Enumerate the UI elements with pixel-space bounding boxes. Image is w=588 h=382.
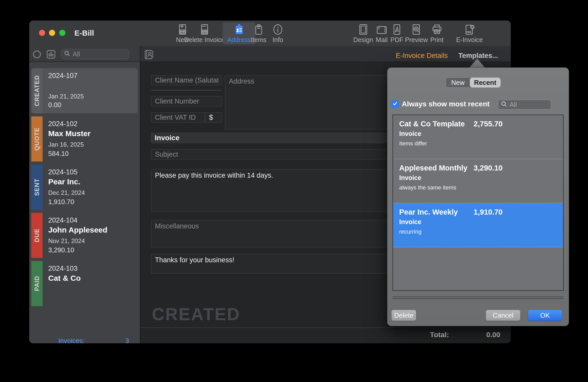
cancel-button[interactable]: Cancel (486, 310, 520, 321)
address-badge-icon (233, 24, 245, 35)
invoice-date: Jan 21, 2025 (48, 93, 84, 100)
invoice-search-input[interactable]: All (61, 49, 129, 59)
template-list: Cat & Co Template 2,755.70 Invoice Items… (393, 115, 564, 291)
closing-textarea[interactable]: Thanks for your business! (151, 254, 390, 274)
footer-divider (393, 297, 564, 297)
template-type: Invoice (399, 174, 421, 182)
toolbar-delete-invoice-label: Delete Invoice (184, 37, 225, 43)
template-row[interactable]: Cat & Co Template 2,755.70 Invoice Items… (393, 115, 563, 159)
template-amount: 1,910.70 (474, 208, 503, 216)
status-watermark: CREATED (152, 304, 240, 324)
status-strip: SENT (31, 165, 43, 210)
template-note: Items differ (399, 140, 427, 147)
toolbar-items-label: Items (251, 37, 266, 43)
template-search-input[interactable]: All (498, 100, 551, 109)
miscellaneous-textarea[interactable] (151, 220, 390, 247)
total-divider (140, 327, 511, 328)
toolbar-mail-button[interactable]: Mail (376, 24, 388, 43)
status-label: QUOTE (33, 127, 41, 150)
status-label: PAID (33, 276, 41, 291)
toolbar-print-label: Print (430, 37, 443, 43)
toolbar-print-button[interactable]: Print (430, 24, 443, 43)
invoice-list-item[interactable]: SENT 2024-105 Pear Inc. Dec 21, 2024 1,9… (31, 165, 138, 210)
tab-new[interactable]: New (446, 78, 470, 87)
printer-icon (431, 24, 443, 35)
close-window-button[interactable] (39, 30, 45, 36)
page-layout-icon (357, 24, 369, 35)
address-textarea[interactable] (225, 75, 390, 129)
always-show-most-recent-checkbox[interactable] (391, 100, 399, 108)
checkmark-icon (392, 101, 398, 107)
sidebar-divider (140, 46, 140, 343)
tab-recent[interactable]: Recent (470, 78, 501, 87)
template-amount: 3,290.10 (474, 164, 503, 172)
invoice-client: Pear Inc. (48, 177, 80, 186)
toolbar-address-label: Address (227, 37, 251, 43)
toolbar-preview-button[interactable]: Preview (405, 24, 428, 43)
template-name: Appleseed Monthly (399, 164, 467, 172)
invoice-list-item[interactable]: CREATED 2024-107 Jan 21, 2025 0.00 (31, 68, 138, 113)
ok-button[interactable]: OK (528, 310, 562, 321)
invoice-amount: 1,910.70 (48, 198, 74, 206)
invoice-list-item[interactable]: QUOTE 2024-102 Max Muster Jan 16, 2025 5… (31, 116, 138, 162)
template-note: always the same items (399, 184, 456, 191)
template-amount: 2,755.70 (474, 120, 503, 128)
template-note: recurring (399, 228, 422, 235)
total-value: 0.00 (449, 331, 500, 339)
client-vat-input[interactable] (151, 112, 205, 123)
toolbar-items-button[interactable]: Items (251, 24, 266, 43)
status-strip: CREATED (31, 68, 43, 113)
svg-text:XML: XML (466, 31, 472, 34)
currency-input[interactable] (205, 112, 222, 123)
toolbar-mail-label: Mail (376, 37, 388, 43)
invoice-list-item[interactable]: PAID 2024-103 Cat & Co (31, 261, 138, 306)
toolbar-pdf-button[interactable]: PDF (390, 24, 403, 43)
invoice-list-item[interactable]: DUE 2024-104 John Appleseed Nov 21, 2024… (31, 213, 138, 258)
template-name: Pear Inc. Weekly (399, 208, 458, 216)
status-filter-circle-icon[interactable] (33, 50, 41, 59)
search-icon (501, 101, 507, 108)
sidebar-summary: Invoices: 3 Due: 3,290.10 Paid: 2,755.70… (29, 326, 140, 343)
toolbar-design-button[interactable]: Design (353, 24, 373, 43)
contacts-book-icon[interactable] (144, 49, 154, 61)
status-strip: QUOTE (31, 116, 43, 162)
minimize-window-button[interactable] (49, 30, 55, 36)
clipboard-icon (253, 24, 264, 35)
template-type: Invoice (399, 218, 421, 226)
toolbar-preview-label: Preview (405, 37, 428, 43)
templates-tab-switch: New Recent (446, 77, 501, 88)
titlebar: E-Bill New Delete Invoice Address Items (29, 21, 511, 46)
toolbar-pdf-label: PDF (390, 37, 403, 43)
invoice-number: 2024-103 (48, 265, 77, 273)
client-name-input[interactable] (151, 75, 222, 85)
status-strip: PAID (31, 261, 43, 306)
invoice-number: 2024-107 (48, 72, 77, 80)
client-number-input[interactable] (151, 96, 222, 106)
invoice-date: Dec 21, 2024 (48, 189, 85, 196)
delete-template-button[interactable]: Delete (391, 310, 416, 321)
popover-arrow (469, 58, 485, 68)
subject-input[interactable] (151, 149, 390, 159)
window-title: E-Bill (74, 29, 94, 37)
status-label: CREATED (33, 75, 41, 106)
toolbar-delete-invoice-button[interactable]: Delete Invoice (184, 24, 225, 43)
always-show-most-recent-label[interactable]: Always show most recent (402, 100, 489, 108)
search-icon (64, 50, 71, 58)
status-strip: DUE (31, 213, 43, 258)
status-label: SENT (33, 178, 41, 196)
invoice-section-header: Invoice (151, 133, 390, 143)
toolbar-design-label: Design (353, 37, 373, 43)
summary-value: 3 (85, 337, 129, 343)
chart-icon[interactable] (46, 49, 56, 60)
template-row-selected[interactable]: Pear Inc. Weekly 1,910.70 Invoice recurr… (393, 203, 563, 247)
status-label: DUE (33, 228, 41, 242)
invoice-amount: 0.00 (48, 101, 61, 109)
invoice-date: Nov 21, 2024 (48, 237, 85, 245)
toolbar-info-button[interactable]: Info (272, 24, 284, 43)
invoice-client: Cat & Co (48, 274, 81, 283)
message-textarea[interactable]: Please pay this invoice within 14 days. (151, 169, 390, 212)
preview-magnifier-icon (410, 24, 422, 35)
zoom-window-button[interactable] (59, 30, 65, 36)
toolbar-e-invoice-button[interactable]: XML E-Invoice (456, 24, 483, 43)
template-row[interactable]: Appleseed Monthly 3,290.10 Invoice alway… (393, 159, 563, 203)
